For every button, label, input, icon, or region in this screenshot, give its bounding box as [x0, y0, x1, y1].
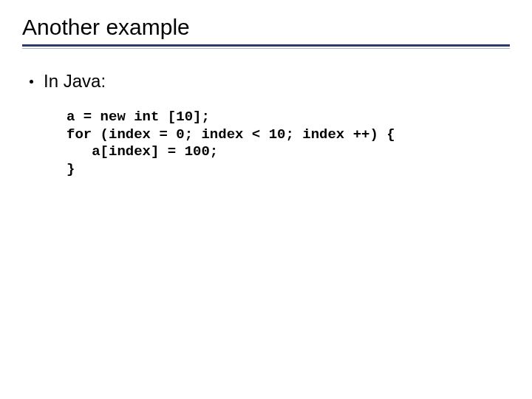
- bullet-item: In Java:: [30, 71, 510, 92]
- title-underline: [22, 44, 510, 49]
- code-block: a = new int [10]; for (index = 0; index …: [66, 109, 510, 179]
- bullet-text: In Java:: [44, 71, 106, 92]
- slide: Another example In Java: a = new int [10…: [0, 0, 532, 399]
- bullet-dot-icon: [30, 80, 33, 83]
- slide-title: Another example: [22, 15, 510, 40]
